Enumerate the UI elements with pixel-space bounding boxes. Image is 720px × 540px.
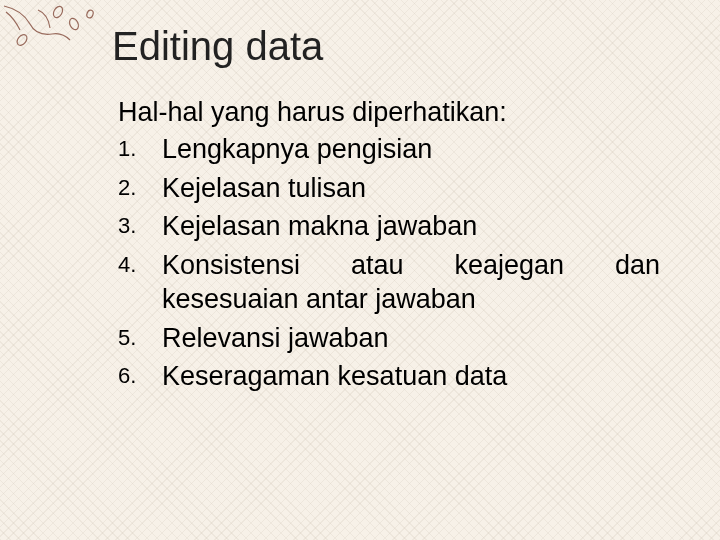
list-item: 5. Relevansi jawaban — [118, 321, 660, 356]
list-text: Konsistensi atau keajegan dan kesesuaian… — [162, 248, 660, 317]
list-item: 2. Kejelasan tulisan — [118, 171, 660, 206]
list-item: 6. Keseragaman kesatuan data — [118, 359, 660, 394]
list-number: 1. — [118, 132, 162, 167]
list-item: 3. Kejelasan makna jawaban — [118, 209, 660, 244]
points-list: 1. Lengkapnya pengisian 2. Kejelasan tul… — [112, 132, 660, 394]
list-text: Lengkapnya pengisian — [162, 132, 660, 167]
list-number: 5. — [118, 321, 162, 356]
list-number: 2. — [118, 171, 162, 206]
list-number: 3. — [118, 209, 162, 244]
list-item: 4. Konsistensi atau keajegan dan kesesua… — [118, 248, 660, 317]
intro-text: Hal-hal yang harus diperhatikan: — [118, 97, 660, 128]
list-item: 1. Lengkapnya pengisian — [118, 132, 660, 167]
list-text: Keseragaman kesatuan data — [162, 359, 660, 394]
list-text: Relevansi jawaban — [162, 321, 660, 356]
slide: Editing data Hal-hal yang harus diperhat… — [0, 0, 720, 540]
slide-content: Editing data Hal-hal yang harus diperhat… — [0, 0, 720, 428]
list-number: 4. — [118, 248, 162, 317]
list-number: 6. — [118, 359, 162, 394]
list-text: Kejelasan tulisan — [162, 171, 660, 206]
list-text: Kejelasan makna jawaban — [162, 209, 660, 244]
slide-title: Editing data — [112, 24, 660, 69]
